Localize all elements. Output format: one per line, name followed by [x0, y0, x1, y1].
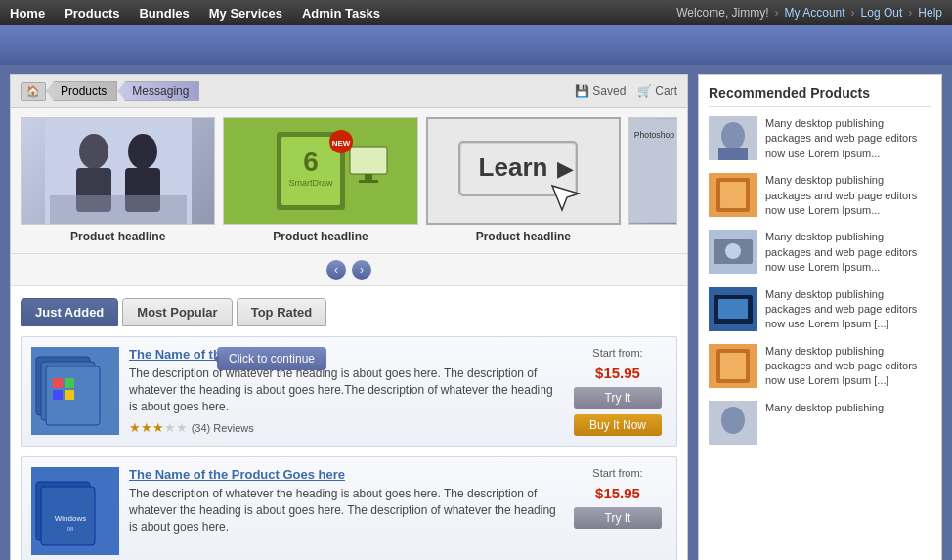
- top-navigation: Home Products Bundles My Services Admin …: [0, 0, 952, 25]
- help-link[interactable]: Help: [918, 6, 942, 20]
- featured-item-2[interactable]: 6 SmartDraw NEW Product headline: [223, 117, 417, 243]
- svg-point-1: [79, 134, 108, 169]
- logout-link[interactable]: Log Out: [861, 6, 903, 20]
- featured-item-4[interactable]: Photoshop: [628, 117, 677, 243]
- rec-thumbnail-1: [709, 116, 757, 160]
- buy-button-1[interactable]: Buy It Now: [574, 414, 662, 436]
- svg-text:Windows: Windows: [55, 514, 86, 523]
- svg-rect-50: [720, 353, 746, 379]
- svg-rect-30: [65, 390, 74, 400]
- sidebar: Recommended Products Many desktop publis…: [698, 74, 942, 560]
- rec-item-4: Many desktop publishing packages and web…: [709, 287, 931, 332]
- sidebar-title: Recommended Products: [709, 85, 931, 107]
- svg-text:Photoshop: Photoshop: [634, 130, 674, 140]
- breadcrumb-messaging[interactable]: Messaging: [117, 81, 199, 101]
- user-area: Welcome, Jimmy! › My Account › Log Out ›…: [676, 6, 942, 20]
- main-container: 🏠 Products Messaging 💾 Saved 🛒 Cart: [0, 65, 952, 560]
- product-price-box-2: Start from: $15.95 Try It: [569, 467, 667, 555]
- svg-rect-11: [350, 147, 387, 174]
- featured-caption-3: Product headline: [426, 230, 621, 243]
- product-desc-1: The description of whatever the heading …: [129, 366, 559, 414]
- breadcrumb-home-icon[interactable]: 🏠: [21, 82, 46, 101]
- rec-item-2: Many desktop publishing packages and web…: [709, 173, 931, 218]
- product-item-2: Windows 98 The Name of the Product Goes …: [21, 456, 677, 560]
- carousel-next-button[interactable]: ›: [352, 260, 371, 280]
- svg-text:98: 98: [67, 526, 74, 532]
- svg-point-44: [725, 243, 741, 259]
- reviews-count-1: (34) Reviews: [192, 422, 254, 434]
- nav-myservices[interactable]: My Services: [209, 6, 282, 21]
- rec-item-3: Many desktop publishing packages and web…: [709, 230, 931, 275]
- saved-link[interactable]: 💾 Saved: [575, 84, 626, 98]
- rec-text-4: Many desktop publishing packages and web…: [765, 287, 931, 332]
- rec-text-2: Many desktop publishing packages and web…: [765, 173, 931, 218]
- rec-thumbnail-3: [709, 230, 757, 274]
- stars-filled-1: ★★★: [129, 420, 164, 435]
- breadcrumb-right: 💾 Saved 🛒 Cart: [575, 84, 677, 98]
- svg-rect-12: [365, 174, 372, 180]
- breadcrumb-products[interactable]: Products: [46, 81, 117, 101]
- nav-home[interactable]: Home: [10, 6, 45, 21]
- featured-image-4: Photoshop: [628, 117, 677, 225]
- product-desc-2: The description of whatever the heading …: [129, 486, 559, 535]
- product-title-2[interactable]: The Name of the Product Goes here: [129, 467, 559, 482]
- rec-text-5: Many desktop publishing packages and web…: [765, 344, 931, 389]
- svg-rect-5: [50, 195, 187, 225]
- svg-rect-38: [718, 148, 748, 160]
- svg-text:▶: ▶: [557, 156, 574, 181]
- svg-point-52: [721, 407, 745, 434]
- svg-rect-41: [720, 182, 746, 208]
- rec-thumbnail-5: [709, 344, 757, 388]
- breadcrumb-left: 🏠 Products Messaging: [21, 81, 199, 101]
- start-from-2: Start from:: [592, 467, 642, 479]
- cart-link[interactable]: 🛒 Cart: [637, 84, 677, 98]
- featured-carousel: Product headline 6 SmartDraw: [11, 108, 687, 254]
- product-info-2: The Name of the Product Goes here The de…: [129, 467, 559, 555]
- featured-image-2: 6 SmartDraw NEW: [223, 117, 417, 225]
- tab-most-popular[interactable]: Most Popular: [122, 298, 232, 326]
- featured-item-1[interactable]: Product headline: [21, 117, 215, 243]
- nav-products[interactable]: Products: [65, 6, 119, 21]
- tooltip-bubble-1[interactable]: Click to continue: [217, 347, 326, 370]
- nav-links: Home Products Bundles My Services Admin …: [10, 6, 380, 21]
- rec-thumbnail-2: [709, 173, 757, 217]
- product-item-1: Click to continue: [21, 336, 677, 447]
- product-price-box-1: Start from: $15.95 Try It Buy It Now: [569, 347, 667, 436]
- rec-text-1: Many desktop publishing packages and web…: [765, 116, 931, 161]
- svg-text:6: 6: [303, 147, 319, 177]
- cart-label: Cart: [655, 84, 677, 98]
- start-from-1: Start from:: [592, 347, 642, 359]
- rec-thumbnail-4: [709, 287, 757, 331]
- tab-just-added[interactable]: Just Added: [21, 298, 118, 326]
- rec-item-1: Many desktop publishing packages and web…: [709, 116, 931, 161]
- svg-text:Learn: Learn: [479, 152, 548, 182]
- product-title-1[interactable]: The Name of the Pr...: [129, 347, 559, 362]
- nav-admintasks[interactable]: Admin Tasks: [302, 6, 380, 21]
- product-list: Click to continue: [11, 326, 687, 560]
- featured-item-3[interactable]: Learn ▶ Product headline: [426, 117, 621, 243]
- my-account-link[interactable]: My Account: [785, 6, 845, 20]
- rec-item-6: Many desktop publishing: [709, 401, 931, 445]
- tabs-section: Just Added Most Popular Top Rated: [11, 286, 687, 326]
- product-thumbnail-1: [31, 347, 119, 435]
- breadcrumb: 🏠 Products Messaging 💾 Saved 🛒 Cart: [11, 75, 687, 108]
- try-button-2[interactable]: Try It: [574, 507, 662, 529]
- svg-text:SmartDraw: SmartDraw: [288, 178, 333, 188]
- rec-thumbnail-6: [709, 401, 757, 445]
- rec-text-6: Many desktop publishing: [765, 401, 884, 415]
- tab-top-rated[interactable]: Top Rated: [237, 298, 327, 326]
- nav-bundles[interactable]: Bundles: [139, 6, 189, 21]
- svg-point-3: [128, 134, 157, 169]
- carousel-controls: ‹ ›: [11, 254, 687, 286]
- content-area: 🏠 Products Messaging 💾 Saved 🛒 Cart: [10, 74, 688, 560]
- stars-empty-1: ★★: [164, 420, 188, 435]
- cart-icon: 🛒: [637, 84, 652, 98]
- rec-text-3: Many desktop publishing packages and web…: [765, 230, 931, 275]
- product-info-1: The Name of the Pr... The description of…: [129, 347, 559, 436]
- price-2: $15.95: [595, 485, 640, 501]
- svg-point-37: [721, 122, 745, 150]
- svg-rect-28: [65, 378, 74, 388]
- svg-rect-13: [359, 180, 378, 183]
- carousel-prev-button[interactable]: ‹: [326, 260, 346, 280]
- try-button-1[interactable]: Try It: [574, 387, 662, 409]
